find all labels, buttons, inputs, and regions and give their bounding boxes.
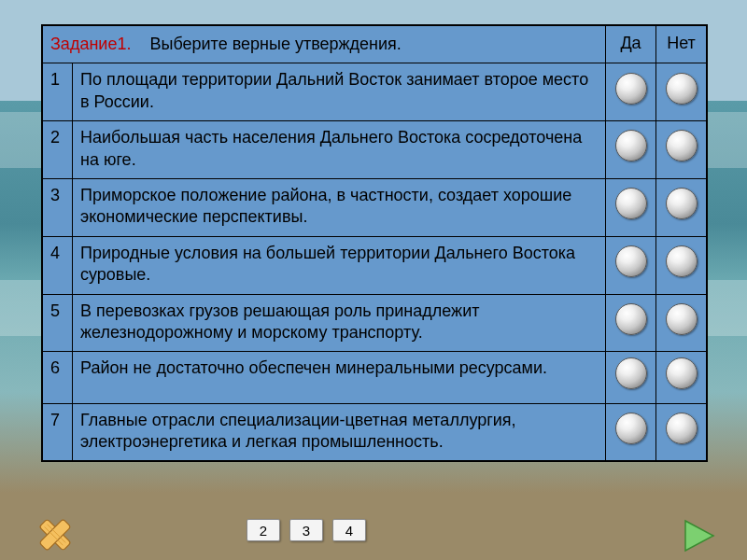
yes-radio[interactable] — [615, 245, 647, 277]
statement-text: По площади территории Дальний Восток зан… — [73, 63, 606, 121]
row-number: 3 — [43, 178, 73, 236]
statement-text: Наибольшая часть населения Дальнего Вост… — [73, 121, 606, 179]
quiz-table: Задание1. Выберите верные утверждения. Д… — [41, 24, 708, 462]
col-header-yes: Да — [606, 26, 656, 63]
statement-text: Район не достаточно обеспечен минеральны… — [73, 352, 606, 403]
statement-text: Главные отрасли специализации-цветная ме… — [73, 403, 606, 461]
task-label: Задание1. — [50, 35, 131, 53]
row-number: 4 — [43, 236, 73, 294]
no-radio[interactable] — [666, 303, 698, 335]
yes-radio[interactable] — [615, 73, 647, 105]
row-number: 6 — [43, 352, 73, 403]
table-row: 7 Главные отрасли специализации-цветная … — [43, 403, 707, 461]
table-row: 1 По площади территории Дальний Восток з… — [43, 63, 707, 121]
statement-text: В перевозках грузов решающая роль принад… — [73, 294, 606, 352]
yes-radio[interactable] — [615, 357, 647, 389]
yes-radio[interactable] — [615, 413, 647, 444]
table-row: 6 Район не достаточно обеспечен минераль… — [43, 352, 707, 403]
no-radio[interactable] — [666, 357, 698, 389]
yes-radio[interactable] — [615, 188, 647, 219]
close-icon[interactable] — [32, 511, 78, 558]
row-number: 1 — [43, 63, 73, 121]
page-button-4[interactable]: 4 — [332, 519, 366, 541]
statement-text: Приморское положение района, в частности… — [73, 178, 606, 236]
row-number: 2 — [43, 121, 73, 179]
statement-text: Природные условия на большей территории … — [73, 236, 606, 294]
no-radio[interactable] — [666, 73, 698, 105]
task-header-cell: Задание1. Выберите верные утверждения. — [43, 26, 606, 63]
row-number: 7 — [43, 403, 73, 461]
no-radio[interactable] — [666, 413, 698, 444]
task-instruction: Выберите верные утверждения. — [149, 35, 401, 53]
page-button-3[interactable]: 3 — [289, 519, 323, 541]
row-number: 5 — [43, 294, 73, 352]
no-radio[interactable] — [666, 245, 698, 277]
yes-radio[interactable] — [615, 303, 647, 335]
no-radio[interactable] — [666, 188, 698, 219]
table-row: 2 Наибольшая часть населения Дальнего Во… — [43, 121, 707, 179]
page-button-2[interactable]: 2 — [247, 519, 280, 541]
yes-radio[interactable] — [615, 130, 647, 161]
table-row: 5 В перевозках грузов решающая роль прин… — [43, 294, 707, 352]
table-row: 3 Приморское положение района, в частнос… — [43, 178, 707, 236]
col-header-no: Нет — [656, 26, 707, 63]
svg-marker-4 — [685, 521, 713, 551]
next-arrow-icon[interactable] — [682, 517, 719, 554]
pager: 2 3 4 — [247, 519, 366, 541]
no-radio[interactable] — [666, 130, 698, 161]
table-row: 4 Природные условия на большей территори… — [43, 236, 707, 294]
